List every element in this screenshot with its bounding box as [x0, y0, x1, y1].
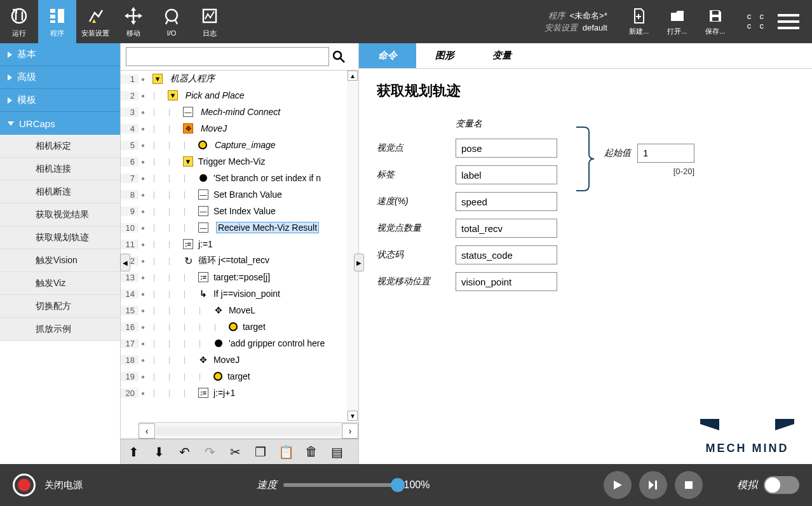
nav-log[interactable]: 日志: [191, 0, 229, 43]
power-button[interactable]: [13, 474, 36, 496]
sub-item[interactable]: 获取规划轨迹: [0, 226, 120, 249]
svg-marker-8: [125, 13, 128, 18]
tree-row[interactable]: 14● │ │ │ ↳ If j==vision_point: [121, 285, 358, 302]
tree-row[interactable]: 1● ▼ 机器人程序: [121, 71, 358, 87]
tree-row[interactable]: 6● │ │ ▼ Trigger Mech-Viz: [121, 153, 358, 170]
tree-row[interactable]: 20● │ │ │ := j:=j+1: [121, 385, 358, 401]
tab-command[interactable]: 命令: [359, 43, 416, 68]
nav-io[interactable]: I/O: [152, 0, 191, 43]
sub-item[interactable]: 触发Vision: [0, 249, 120, 272]
search-button[interactable]: [332, 47, 353, 66]
mechmind-logo: MECH MIND: [700, 419, 794, 455]
field-input-label[interactable]: [456, 165, 557, 184]
action-new[interactable]: 新建...: [620, 0, 658, 43]
svg-marker-16: [700, 419, 719, 430]
field-label: 状态码: [377, 249, 447, 261]
field-input-speed[interactable]: [456, 192, 557, 211]
tree-toolbar: ⬆ ⬇ ↶ ↷ ✂ ❐ 📋 🗑 ▤: [121, 439, 358, 464]
tree-row[interactable]: 13● │ │ │ := target:=pose[j]: [121, 269, 358, 285]
start-value-input[interactable]: [637, 144, 694, 163]
tree-row[interactable]: 18● │ │ │ ✥ MoveJ: [121, 352, 358, 368]
svg-point-0: [12, 9, 26, 23]
nav-run[interactable]: 运行: [0, 0, 38, 43]
tree-row[interactable]: 11● │ │ := j:=1: [121, 236, 358, 252]
nav-move[interactable]: 移动: [114, 0, 152, 43]
search-input[interactable]: [126, 47, 329, 66]
cc-badge: c cc c: [747, 12, 765, 31]
tab-graphic[interactable]: 图形: [416, 43, 473, 68]
sub-item[interactable]: 相机标定: [0, 135, 120, 158]
tree-row[interactable]: 19● │ │ │ │ target: [121, 368, 358, 385]
splitter-right[interactable]: ▶: [354, 254, 364, 271]
field-input-vispoint[interactable]: [456, 272, 557, 291]
nav-run-label: 运行: [12, 29, 26, 38]
copy-icon[interactable]: ❐: [252, 443, 269, 461]
speed-slider[interactable]: [283, 483, 398, 487]
nav-install[interactable]: 安装设置: [76, 0, 114, 43]
move-up-icon[interactable]: ⬆: [125, 443, 142, 461]
field-label: 视觉点数量: [377, 222, 447, 234]
scroll-left-icon[interactable]: ‹: [139, 423, 155, 439]
scroll-up-icon[interactable]: ▲: [348, 71, 358, 81]
nav-program[interactable]: 程序: [38, 0, 76, 43]
detail-pane: 命令 图形 变量 获取规划轨迹 变量名 视觉点 标签 速度(%) 视觉点数量 状…: [359, 43, 812, 464]
tree-row[interactable]: 3● │ │ — Mech-mind Connect: [121, 104, 358, 120]
sub-item[interactable]: 相机连接: [0, 158, 120, 181]
sub-item[interactable]: 相机断连: [0, 181, 120, 203]
start-label: 起始值: [604, 147, 631, 159]
tree-row[interactable]: 5● │ │ │ Capture_image: [121, 137, 358, 153]
top-info: 程序<未命名>* 安装设置default: [545, 10, 620, 34]
delete-icon[interactable]: 🗑: [302, 443, 320, 461]
category-template[interactable]: 模板: [0, 89, 120, 112]
tree-row[interactable]: 4● │ │ ✥ MoveJ: [121, 120, 358, 137]
tree-row[interactable]: 8● │ │ │ — Set Branch Value: [121, 186, 358, 203]
sub-item[interactable]: 切换配方: [0, 295, 120, 318]
scroll-right-icon[interactable]: ›: [342, 423, 358, 439]
scroll-down-icon[interactable]: ▼: [348, 411, 358, 421]
tree-row[interactable]: 15● │ │ │ │ ✥ MoveL: [121, 302, 358, 318]
tree-row[interactable]: 10● │ │ │ — Receive Mech-Viz Result: [121, 219, 358, 236]
tree-row[interactable]: 16● │ │ │ │ │ target: [121, 318, 358, 335]
step-button[interactable]: [639, 471, 667, 499]
suppress-icon[interactable]: ▤: [328, 443, 346, 461]
undo-icon[interactable]: ↶: [175, 443, 193, 461]
category-advanced[interactable]: 高级: [0, 66, 120, 89]
category-urcaps[interactable]: URCaps: [0, 112, 120, 135]
svg-rect-13: [712, 17, 719, 21]
action-open[interactable]: 打开...: [658, 0, 696, 43]
left-pane: 基本 高级 模板 URCaps 相机标定 相机连接 相机断连 获取视觉结果 获取…: [0, 43, 121, 464]
scroll-vertical[interactable]: ▲ ▼: [347, 71, 358, 421]
simulation-toggle[interactable]: [764, 476, 799, 494]
cut-icon[interactable]: ✂: [226, 443, 244, 461]
tree-row[interactable]: 17● │ │ │ │ 'add gripper control here: [121, 335, 358, 352]
play-button[interactable]: [604, 471, 632, 499]
chevron-right-icon: [8, 74, 12, 81]
move-down-icon[interactable]: ⬇: [150, 443, 168, 461]
nav-install-label: 安装设置: [81, 29, 109, 38]
sub-item[interactable]: 获取视觉结果: [0, 203, 120, 226]
menu-icon[interactable]: [778, 14, 799, 29]
tree-row[interactable]: 9● │ │ │ — Set Index Value: [121, 203, 358, 219]
sub-item[interactable]: 抓放示例: [0, 318, 120, 341]
svg-rect-4: [58, 9, 64, 23]
tree-row[interactable]: 2● │ ▼ Pick and Place: [121, 87, 358, 104]
field-input-status[interactable]: [456, 245, 557, 264]
stop-button[interactable]: [675, 471, 703, 499]
field-label: 速度(%): [377, 196, 447, 207]
scroll-horizontal[interactable]: ‹ ›: [139, 422, 358, 439]
splitter-left[interactable]: ◀: [120, 254, 130, 271]
tab-variable[interactable]: 变量: [473, 43, 531, 68]
category-basic[interactable]: 基本: [0, 43, 120, 66]
sub-item[interactable]: 触发Viz: [0, 272, 120, 295]
paste-icon[interactable]: 📋: [277, 443, 295, 461]
field-label: 视觉移动位置: [377, 276, 447, 287]
tree-row[interactable]: 7● │ │ │ 'Set branch or set index if n: [121, 170, 358, 186]
tree-row[interactable]: 12● │ │ ↻ 循环 j<=total_recv: [121, 252, 358, 269]
field-input-pose[interactable]: [456, 139, 557, 158]
action-save[interactable]: 保存...: [696, 0, 734, 43]
top-bar: 运行 程序 安装设置 移动 I/O 日志 程序<未命名>* 安装设置defaul…: [0, 0, 812, 43]
redo-icon[interactable]: ↷: [201, 443, 219, 461]
chevron-down-icon: [8, 121, 14, 126]
field-input-total[interactable]: [456, 219, 557, 238]
save-icon: [707, 8, 724, 24]
